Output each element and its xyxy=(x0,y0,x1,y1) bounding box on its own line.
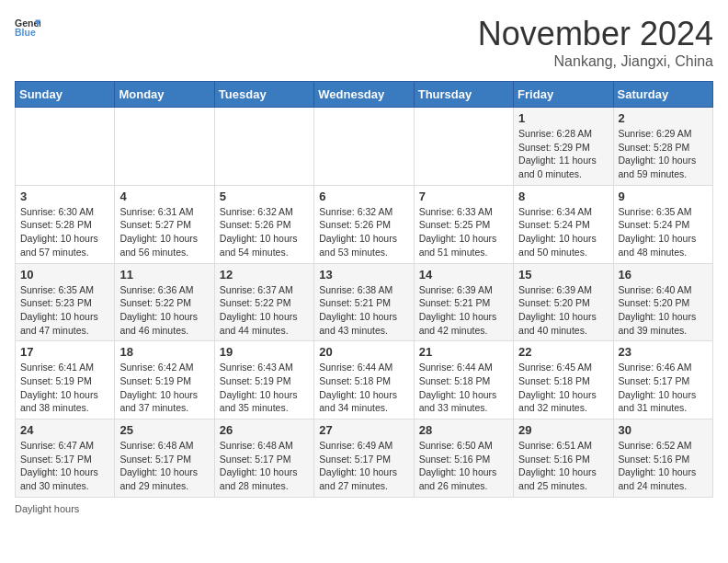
day-info: Sunrise: 6:41 AM Sunset: 5:19 PM Dayligh… xyxy=(20,361,109,415)
day-number: 22 xyxy=(518,345,608,359)
calendar-cell: 14Sunrise: 6:39 AM Sunset: 5:21 PM Dayli… xyxy=(414,263,513,341)
day-info: Sunrise: 6:40 AM Sunset: 5:20 PM Dayligh… xyxy=(619,283,708,338)
day-info: Sunrise: 6:39 AM Sunset: 5:21 PM Dayligh… xyxy=(419,283,508,338)
day-info: Sunrise: 6:35 AM Sunset: 5:23 PM Dayligh… xyxy=(20,283,109,338)
day-number: 17 xyxy=(20,345,109,359)
weekday-header: Saturday xyxy=(613,82,712,108)
day-info: Sunrise: 6:30 AM Sunset: 5:28 PM Dayligh… xyxy=(20,205,109,259)
day-number: 5 xyxy=(220,190,309,203)
day-number: 28 xyxy=(419,423,508,437)
calendar-header-row: SundayMondayTuesdayWednesdayThursdayFrid… xyxy=(16,82,713,108)
weekday-header: Sunday xyxy=(16,82,115,108)
calendar-cell: 21Sunrise: 6:44 AM Sunset: 5:18 PM Dayli… xyxy=(414,341,513,419)
calendar-cell: 25Sunrise: 6:48 AM Sunset: 5:17 PM Dayli… xyxy=(115,419,214,498)
day-info: Sunrise: 6:42 AM Sunset: 5:19 PM Dayligh… xyxy=(119,361,209,415)
day-number: 11 xyxy=(119,268,209,282)
day-number: 8 xyxy=(518,190,608,203)
calendar-cell: 30Sunrise: 6:52 AM Sunset: 5:16 PM Dayli… xyxy=(613,419,712,498)
calendar-week-row: 1Sunrise: 6:28 AM Sunset: 5:29 PM Daylig… xyxy=(16,108,713,186)
day-info: Sunrise: 6:47 AM Sunset: 5:17 PM Dayligh… xyxy=(20,439,109,493)
day-info: Sunrise: 6:32 AM Sunset: 5:26 PM Dayligh… xyxy=(220,205,309,259)
day-number: 12 xyxy=(220,268,309,282)
weekday-header: Wednesday xyxy=(314,82,414,108)
calendar-cell: 12Sunrise: 6:37 AM Sunset: 5:22 PM Dayli… xyxy=(214,263,313,341)
calendar-cell: 8Sunrise: 6:34 AM Sunset: 5:24 PM Daylig… xyxy=(514,185,613,263)
day-number: 9 xyxy=(619,190,708,203)
calendar-cell: 27Sunrise: 6:49 AM Sunset: 5:17 PM Dayli… xyxy=(314,419,414,498)
day-number: 6 xyxy=(319,190,408,203)
weekday-header: Monday xyxy=(115,82,214,108)
day-info: Sunrise: 6:34 AM Sunset: 5:24 PM Dayligh… xyxy=(518,205,608,259)
day-number: 18 xyxy=(119,345,209,359)
calendar-cell xyxy=(115,108,214,186)
day-number: 10 xyxy=(20,268,109,282)
day-info: Sunrise: 6:28 AM Sunset: 5:29 PM Dayligh… xyxy=(518,127,608,181)
day-number: 30 xyxy=(619,423,708,437)
calendar-cell: 26Sunrise: 6:48 AM Sunset: 5:17 PM Dayli… xyxy=(214,419,313,498)
calendar-cell: 29Sunrise: 6:51 AM Sunset: 5:16 PM Dayli… xyxy=(514,419,613,498)
day-info: Sunrise: 6:39 AM Sunset: 5:20 PM Dayligh… xyxy=(518,283,608,338)
day-number: 15 xyxy=(518,268,608,282)
day-info: Sunrise: 6:29 AM Sunset: 5:28 PM Dayligh… xyxy=(619,127,708,181)
calendar-cell: 3Sunrise: 6:30 AM Sunset: 5:28 PM Daylig… xyxy=(16,185,115,263)
calendar-cell: 28Sunrise: 6:50 AM Sunset: 5:16 PM Dayli… xyxy=(414,419,513,498)
calendar-cell: 11Sunrise: 6:36 AM Sunset: 5:22 PM Dayli… xyxy=(115,263,214,341)
day-number: 25 xyxy=(119,423,209,437)
weekday-header: Tuesday xyxy=(214,82,313,108)
calendar-cell: 19Sunrise: 6:43 AM Sunset: 5:19 PM Dayli… xyxy=(214,341,313,419)
day-info: Sunrise: 6:33 AM Sunset: 5:25 PM Dayligh… xyxy=(419,205,508,259)
calendar-cell xyxy=(314,108,414,186)
day-info: Sunrise: 6:44 AM Sunset: 5:18 PM Dayligh… xyxy=(419,361,508,415)
calendar-table: SundayMondayTuesdayWednesdayThursdayFrid… xyxy=(15,81,713,498)
day-number: 16 xyxy=(619,268,708,282)
logo-icon: General Blue xyxy=(15,15,40,40)
day-number: 27 xyxy=(319,423,408,437)
calendar-cell: 2Sunrise: 6:29 AM Sunset: 5:28 PM Daylig… xyxy=(613,108,712,186)
header: General Blue November 2024 Nankang, Jian… xyxy=(15,15,713,70)
day-info: Sunrise: 6:38 AM Sunset: 5:21 PM Dayligh… xyxy=(319,283,408,338)
day-info: Sunrise: 6:36 AM Sunset: 5:22 PM Dayligh… xyxy=(119,283,209,338)
calendar-week-row: 10Sunrise: 6:35 AM Sunset: 5:23 PM Dayli… xyxy=(16,263,713,341)
calendar-cell: 5Sunrise: 6:32 AM Sunset: 5:26 PM Daylig… xyxy=(214,185,313,263)
day-info: Sunrise: 6:44 AM Sunset: 5:18 PM Dayligh… xyxy=(319,361,408,415)
day-number: 14 xyxy=(419,268,508,282)
calendar-cell: 9Sunrise: 6:35 AM Sunset: 5:24 PM Daylig… xyxy=(613,185,712,263)
day-info: Sunrise: 6:45 AM Sunset: 5:18 PM Dayligh… xyxy=(518,361,608,415)
calendar-cell: 6Sunrise: 6:32 AM Sunset: 5:26 PM Daylig… xyxy=(314,185,414,263)
month-title: November 2024 xyxy=(478,15,713,53)
day-number: 21 xyxy=(419,345,508,359)
day-info: Sunrise: 6:37 AM Sunset: 5:22 PM Dayligh… xyxy=(220,283,309,338)
calendar-cell xyxy=(16,108,115,186)
day-info: Sunrise: 6:52 AM Sunset: 5:16 PM Dayligh… xyxy=(619,439,708,493)
day-number: 2 xyxy=(619,111,708,125)
day-info: Sunrise: 6:31 AM Sunset: 5:27 PM Dayligh… xyxy=(119,205,209,259)
day-info: Sunrise: 6:48 AM Sunset: 5:17 PM Dayligh… xyxy=(119,439,209,493)
day-info: Sunrise: 6:50 AM Sunset: 5:16 PM Dayligh… xyxy=(419,439,508,493)
day-info: Sunrise: 6:51 AM Sunset: 5:16 PM Dayligh… xyxy=(518,439,608,493)
day-number: 20 xyxy=(319,345,408,359)
calendar-week-row: 3Sunrise: 6:30 AM Sunset: 5:28 PM Daylig… xyxy=(16,185,713,263)
calendar-cell: 23Sunrise: 6:46 AM Sunset: 5:17 PM Dayli… xyxy=(613,341,712,419)
calendar-cell: 13Sunrise: 6:38 AM Sunset: 5:21 PM Dayli… xyxy=(314,263,414,341)
day-info: Sunrise: 6:49 AM Sunset: 5:17 PM Dayligh… xyxy=(319,439,408,493)
daylight-label: Daylight hours xyxy=(15,503,79,514)
calendar-cell xyxy=(414,108,513,186)
calendar-cell: 10Sunrise: 6:35 AM Sunset: 5:23 PM Dayli… xyxy=(16,263,115,341)
day-number: 13 xyxy=(319,268,408,282)
footer-note: Daylight hours xyxy=(15,503,713,514)
location-title: Nankang, Jiangxi, China xyxy=(478,53,713,70)
calendar-cell: 16Sunrise: 6:40 AM Sunset: 5:20 PM Dayli… xyxy=(613,263,712,341)
weekday-header: Friday xyxy=(514,82,613,108)
calendar-cell: 22Sunrise: 6:45 AM Sunset: 5:18 PM Dayli… xyxy=(514,341,613,419)
day-number: 24 xyxy=(20,423,109,437)
day-number: 19 xyxy=(220,345,309,359)
calendar-cell: 15Sunrise: 6:39 AM Sunset: 5:20 PM Dayli… xyxy=(514,263,613,341)
day-number: 4 xyxy=(119,190,209,203)
calendar-cell xyxy=(214,108,313,186)
day-info: Sunrise: 6:48 AM Sunset: 5:17 PM Dayligh… xyxy=(220,439,309,493)
day-info: Sunrise: 6:35 AM Sunset: 5:24 PM Dayligh… xyxy=(619,205,708,259)
calendar-week-row: 17Sunrise: 6:41 AM Sunset: 5:19 PM Dayli… xyxy=(16,341,713,419)
title-area: November 2024 Nankang, Jiangxi, China xyxy=(478,15,713,70)
weekday-header: Thursday xyxy=(414,82,513,108)
calendar-cell: 17Sunrise: 6:41 AM Sunset: 5:19 PM Dayli… xyxy=(16,341,115,419)
